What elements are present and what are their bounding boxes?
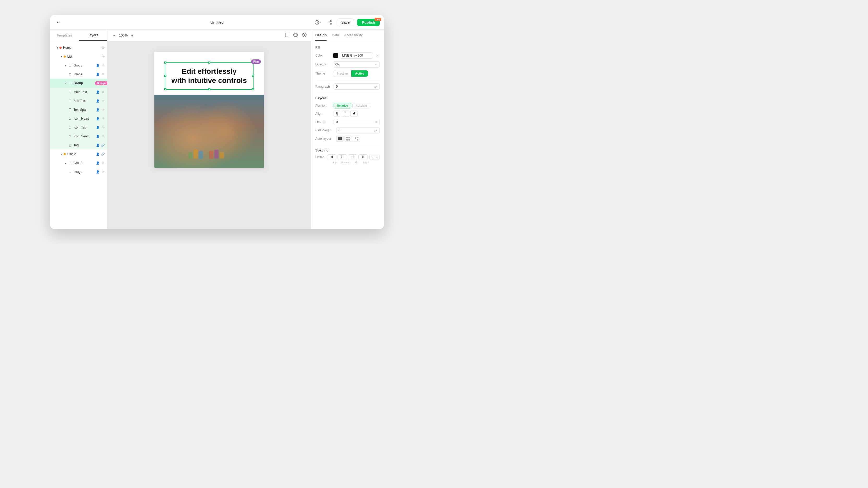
svg-rect-12 <box>188 152 192 159</box>
svg-rect-23 <box>354 112 355 115</box>
tab-design[interactable]: Design <box>315 30 327 41</box>
resize-handle-bl[interactable] <box>164 88 166 90</box>
theme-inactive-button[interactable]: Inactive <box>333 70 351 77</box>
align-top-button[interactable] <box>334 110 341 117</box>
layer-actions: 👤 🔗 <box>96 143 105 147</box>
layer-name-image2: Image <box>73 170 96 174</box>
tab-data[interactable]: Data <box>332 30 339 41</box>
user-icon: 👤 <box>96 170 100 174</box>
layer-item-main-text[interactable]: T Main Text 👤 👁 <box>50 88 107 96</box>
layer-item-icon-tag[interactable]: ⊙ Icon_Tag 👤 👁 <box>50 123 107 132</box>
clear-color-button[interactable]: ✕ <box>375 53 380 58</box>
layer-item-image2[interactable]: ▸ ⊡ Image 👤 👁 <box>50 167 107 176</box>
resize-handle-br[interactable] <box>252 88 254 90</box>
resize-handle-mr[interactable] <box>252 75 254 77</box>
align-center-button[interactable] <box>342 110 349 117</box>
color-row: Color LINE Gray 900 ✕ <box>315 53 380 59</box>
visibility-icon[interactable]: 👁 <box>101 63 105 67</box>
layer-actions: 👤 👁 <box>96 72 105 76</box>
position-relative-button[interactable]: Relative <box>334 103 351 108</box>
offset-right-label: Right <box>361 161 371 164</box>
layer-item-sub-text[interactable]: T Sub Text 👤 👁 <box>50 96 107 105</box>
layer-item-icon-send[interactable]: ⊙ Icon_Send 👤 👁 <box>50 132 107 141</box>
zoom-in-button[interactable]: + <box>130 33 135 38</box>
canvas-viewport[interactable]: Edit effortlesslywith intuitive controls… <box>107 41 311 229</box>
opacity-input[interactable]: 0% <box>333 61 380 67</box>
auto-layout-masonry-button[interactable] <box>353 135 360 142</box>
tab-layers[interactable]: Layers <box>79 30 107 41</box>
device-preview-button[interactable] <box>284 33 289 38</box>
document-title: Untitled <box>211 20 224 25</box>
paragraph-input[interactable]: 0 px <box>334 84 380 90</box>
offset-right-input[interactable]: 0 <box>359 154 368 160</box>
resize-handle-bm[interactable] <box>208 88 210 90</box>
settings-button[interactable] <box>302 33 307 38</box>
offset-unit-selector[interactable]: px <box>369 155 380 160</box>
cell-margin-input[interactable]: 0 px <box>336 127 380 133</box>
visibility-icon[interactable]: 👁 <box>101 117 105 121</box>
svg-rect-14 <box>199 151 203 159</box>
resize-handle-tl[interactable] <box>164 62 166 64</box>
color-input[interactable]: LINE Gray 900 <box>340 53 373 59</box>
layer-item-home[interactable]: ▾ Home <box>50 43 107 52</box>
position-label: Position <box>315 104 332 107</box>
offset-bottom-input[interactable]: 0 <box>338 154 347 160</box>
auto-layout-list-button[interactable] <box>336 135 343 142</box>
layer-item-group2[interactable]: ▾ ☐ Group 👁 Design <box>50 79 107 88</box>
resize-handle-tm[interactable] <box>208 62 210 64</box>
visibility-icon[interactable]: 👁 <box>101 161 105 165</box>
visibility-icon[interactable]: 👁 <box>101 134 105 138</box>
layer-item-single[interactable]: ▾ Single 👤 🔗 <box>50 150 107 159</box>
paragraph-label: Paragraph <box>315 85 332 88</box>
visibility-icon[interactable]: 👁 <box>101 170 105 174</box>
layer-item-tag[interactable]: ◱ Tag 👤 🔗 <box>50 141 107 150</box>
save-button[interactable]: Save <box>337 19 354 26</box>
layer-actions: 👤 👁 <box>96 134 105 138</box>
layer-item-group1[interactable]: ▸ ☐ Group 👤 👁 <box>50 61 107 70</box>
layer-name-text-span: Text Span <box>73 108 96 111</box>
offset-top-input[interactable]: 0 <box>327 154 337 160</box>
user-icon: 👤 <box>96 117 100 121</box>
visibility-icon[interactable]: 👁 <box>101 99 105 103</box>
share-button[interactable] <box>326 18 334 27</box>
offset-inputs: 0 0 0 0 <box>327 154 368 160</box>
flex-value: 0 <box>336 120 338 124</box>
group-icon: ☐ <box>68 161 72 165</box>
align-bottom-button[interactable] <box>350 110 358 117</box>
link-icon: 🔗 <box>101 143 105 147</box>
layer-item-icon-heart[interactable]: ⊙ Icon_Heart 👤 👁 <box>50 114 107 123</box>
visibility-icon[interactable]: 👁 <box>101 90 105 94</box>
resize-handle-ml[interactable] <box>164 75 166 77</box>
svg-rect-33 <box>357 139 359 140</box>
group-icon: ☐ <box>68 81 72 85</box>
visibility-icon[interactable]: 👁 <box>101 108 105 112</box>
cell-margin-label: Cell Margin <box>315 129 335 132</box>
visibility-icon[interactable]: 👁 <box>101 55 105 59</box>
theme-active-button[interactable]: Active <box>351 70 368 77</box>
user-icon: 👤 <box>96 143 100 147</box>
tab-templates[interactable]: Templates <box>50 30 79 41</box>
history-button[interactable] <box>314 18 322 27</box>
visibility-icon[interactable] <box>101 45 105 50</box>
position-absolute-button[interactable]: Absolute <box>352 103 370 108</box>
layer-item-text-span[interactable]: T Text Span 👤 👁 <box>50 105 107 114</box>
zoom-out-button[interactable]: − <box>112 33 117 38</box>
globe-button[interactable] <box>293 33 298 38</box>
back-button[interactable]: ← <box>54 18 63 27</box>
visibility-icon[interactable]: 👁 <box>101 72 105 76</box>
layer-item-list[interactable]: ▾ List 👁 <box>50 52 107 61</box>
user-icon: 👤 <box>96 99 100 103</box>
user-icon: 👤 <box>96 90 100 94</box>
offset-left-input[interactable]: 0 <box>348 154 357 160</box>
layer-item-group3[interactable]: ▸ ☐ Group 👤 👁 <box>50 159 107 167</box>
svg-rect-19 <box>338 112 338 116</box>
color-swatch[interactable] <box>333 53 338 58</box>
tab-accessibility[interactable]: Accessibility <box>344 30 363 41</box>
auto-layout-grid-button[interactable] <box>345 135 352 142</box>
layer-actions <box>101 45 105 50</box>
visibility-icon[interactable]: 👁 <box>101 125 105 130</box>
flex-input[interactable]: 0 <box>334 119 380 125</box>
svg-rect-15 <box>209 151 213 159</box>
layer-item-image[interactable]: ▸ ⊡ Image 👤 👁 <box>50 70 107 79</box>
spacing-label: Spacing <box>315 148 380 152</box>
